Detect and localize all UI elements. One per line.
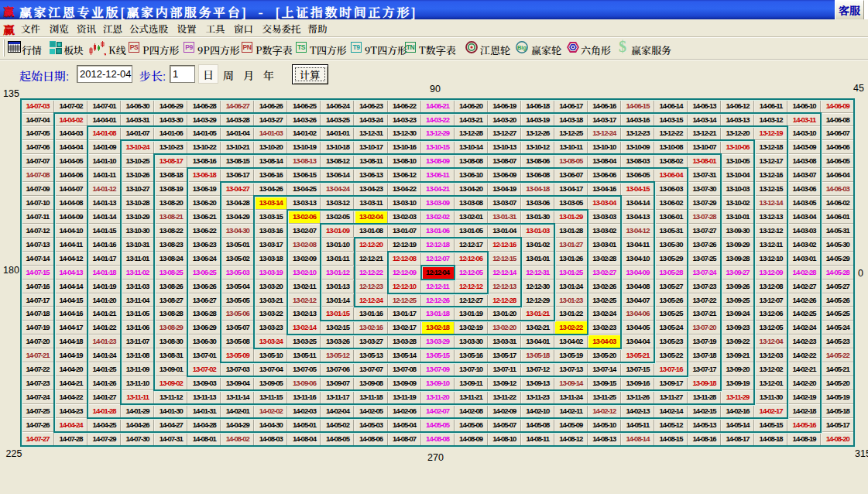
svg-text:Big: Big bbox=[517, 44, 527, 51]
